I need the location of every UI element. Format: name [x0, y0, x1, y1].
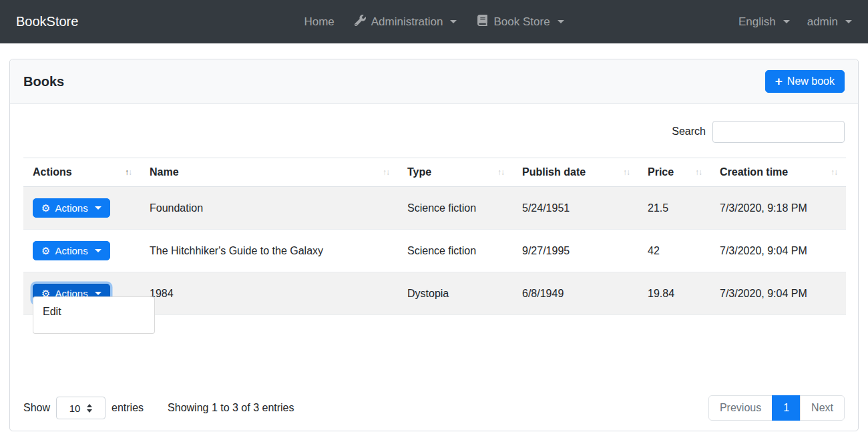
new-book-button[interactable]: + New book	[765, 70, 845, 93]
book-icon	[477, 15, 488, 29]
books-table: Actions↑↓Name↑↓Type↑↓Publish date↑↓Price…	[23, 158, 846, 315]
select-arrows-icon	[87, 404, 92, 413]
chevron-down-icon	[450, 20, 457, 23]
top-navbar: BookStore Home Administration Book Store…	[0, 0, 868, 43]
new-book-label: New book	[787, 75, 835, 87]
chevron-down-icon	[845, 20, 852, 23]
cell-creation-time: 7/3/2020, 9:04 PM	[710, 230, 846, 272]
pagination: Previous 1 Next	[708, 395, 845, 421]
cell-publish-date: 6/8/1949	[513, 272, 638, 315]
column-label: Publish date	[522, 166, 586, 178]
caret-down-icon	[95, 292, 101, 295]
pagination-page-1-button[interactable]: 1	[772, 395, 801, 421]
column-header-actions[interactable]: Actions↑↓	[23, 158, 140, 187]
navbar-menu: Home Administration Book Store	[304, 15, 564, 29]
pagination-next-button[interactable]: Next	[800, 395, 845, 421]
sort-arrows-icon: ↑↓	[125, 168, 131, 177]
user-dropdown[interactable]: admin	[807, 15, 852, 29]
cell-actions: ⚙Actions	[23, 187, 140, 230]
search-label: Search	[672, 126, 706, 138]
column-header-type[interactable]: Type↑↓	[398, 158, 513, 187]
caret-down-icon	[95, 249, 101, 252]
show-label: Show	[23, 402, 50, 414]
card-body: Search Actions↑↓Name↑↓Type↑↓Publish date…	[10, 104, 858, 421]
cell-price: 19.84	[638, 272, 710, 315]
plus-icon: +	[775, 77, 783, 86]
card-header: Books + New book	[10, 59, 858, 104]
column-label: Type	[407, 166, 431, 178]
language-label: English	[738, 15, 776, 29]
cell-publish-date: 5/24/1951	[513, 187, 638, 230]
books-card: Books + New book Search Actions↑↓Name↑↓T…	[9, 59, 859, 431]
table-row: ⚙ActionsThe Hitchhiker's Guide to the Ga…	[23, 230, 846, 272]
cell-name: 1984	[140, 272, 398, 315]
table-header-row: Actions↑↓Name↑↓Type↑↓Publish date↑↓Price…	[23, 158, 846, 187]
language-dropdown[interactable]: English	[738, 15, 790, 29]
nav-item-book-store-label: Book Store	[493, 15, 550, 29]
cell-price: 42	[638, 230, 710, 272]
actions-dropdown-menu: Edit	[33, 296, 155, 334]
wrench-icon	[355, 15, 366, 29]
table-row: ⚙ActionsFoundationScience fiction5/24/19…	[23, 187, 846, 230]
sort-arrows-icon: ↑↓	[831, 168, 837, 177]
column-label: Name	[150, 166, 179, 178]
sort-arrows-icon: ↑↓	[695, 168, 701, 177]
table-wrapper: Actions↑↓Name↑↓Type↑↓Publish date↑↓Price…	[23, 158, 845, 315]
cell-type: Science fiction	[398, 230, 513, 272]
navbar-right: English admin	[564, 15, 852, 29]
nav-item-home[interactable]: Home	[304, 15, 334, 29]
actions-button-label: Actions	[55, 245, 87, 256]
page-size-value: 10	[69, 403, 81, 414]
column-header-name[interactable]: Name↑↓	[140, 158, 398, 187]
caret-down-icon	[95, 206, 101, 210]
cell-name: The Hitchhiker's Guide to the Galaxy	[140, 230, 398, 272]
table-info: Showing 1 to 3 of 3 entries	[168, 402, 294, 414]
table-footer: Show 10 entries Showing 1 to 3 of 3 entr…	[23, 395, 845, 421]
entries-label: entries	[112, 402, 144, 414]
page-size-select[interactable]: 10	[56, 397, 105, 419]
brand-logo[interactable]: BookStore	[16, 14, 304, 29]
row-actions-button[interactable]: ⚙Actions	[33, 241, 110, 260]
sort-arrows-icon: ↑↓	[623, 168, 629, 177]
column-header-creation-time[interactable]: Creation time↑↓	[710, 158, 846, 187]
sort-arrows-icon: ↑↓	[383, 168, 389, 177]
username-label: admin	[807, 15, 838, 29]
cell-type: Dystopia	[398, 272, 513, 315]
actions-button-label: Actions	[55, 202, 87, 214]
nav-item-home-label: Home	[304, 15, 334, 29]
column-header-publish-date[interactable]: Publish date↑↓	[513, 158, 638, 187]
cell-publish-date: 9/27/1995	[513, 230, 638, 272]
cell-name: Foundation	[140, 187, 398, 230]
nav-item-administration[interactable]: Administration	[355, 15, 457, 29]
nav-item-administration-label: Administration	[371, 15, 443, 29]
nav-item-book-store[interactable]: Book Store	[477, 15, 564, 29]
cell-creation-time: 7/3/2020, 9:18 PM	[710, 187, 846, 230]
page-title: Books	[23, 74, 64, 89]
cell-type: Science fiction	[398, 187, 513, 230]
column-label: Creation time	[720, 166, 788, 178]
column-header-price[interactable]: Price↑↓	[638, 158, 710, 187]
row-actions-button[interactable]: ⚙Actions	[33, 198, 110, 218]
chevron-down-icon	[783, 20, 790, 23]
page-length-control: Show 10 entries	[23, 397, 144, 419]
cell-actions: ⚙Actions	[23, 230, 140, 272]
search-input[interactable]	[712, 121, 845, 143]
column-label: Actions	[33, 166, 72, 178]
cell-creation-time: 7/3/2020, 9:04 PM	[710, 272, 846, 315]
pagination-previous-button[interactable]: Previous	[708, 395, 773, 421]
dropdown-item-edit[interactable]: Edit	[33, 302, 154, 321]
column-label: Price	[648, 166, 674, 178]
chevron-down-icon	[558, 20, 564, 23]
table-toolbar: Search	[23, 120, 845, 143]
gear-icon: ⚙	[41, 246, 50, 256]
sort-arrows-icon: ↑↓	[497, 168, 503, 177]
gear-icon: ⚙	[41, 203, 50, 213]
cell-price: 21.5	[638, 187, 710, 230]
